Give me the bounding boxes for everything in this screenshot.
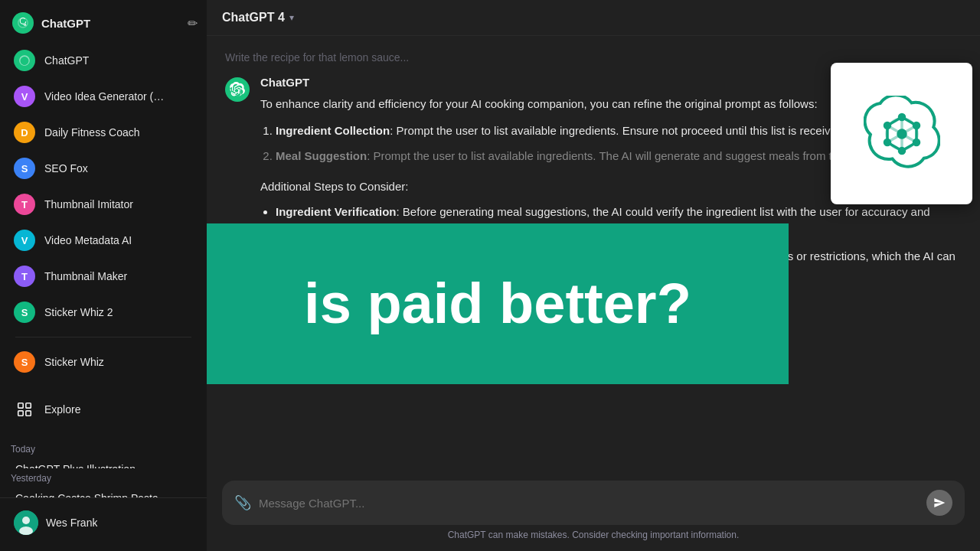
overlay-banner: is paid better? [207,223,789,384]
svg-rect-2 [26,403,31,408]
chat-body[interactable]: Write the recipe for that lemon sauce...… [207,36,980,471]
svg-point-6 [22,517,30,524]
model-selector-chevron[interactable]: ▾ [289,12,294,23]
chat-input-container: 📎 [222,481,965,525]
svg-rect-3 [18,411,23,416]
svg-rect-1 [18,403,23,408]
chatgpt-label: ChatGPT [44,54,89,67]
sidebar-header: ChatGPT ✏ [0,6,207,40]
today-section-label: Today [0,439,207,458]
sidebar-item-thumbnail-maker[interactable]: T Thumbnail Maker [6,259,201,294]
sidebar-item-sticker-whiz[interactable]: S Sticker Whiz [6,344,201,380]
explore-icon [14,399,35,420]
video-metadata-avatar: V [14,230,35,251]
daily-fitness-label: Daily Fitness Coach [44,126,140,139]
chatgpt-message-avatar [225,77,250,102]
sidebar-title: ChatGPT [41,17,90,30]
sidebar-item-sticker-whiz-2[interactable]: S Sticker Whiz 2 [6,295,201,330]
sticker-whiz-label: Sticker Whiz [44,356,104,368]
chat-input[interactable] [259,497,919,510]
sticker-whiz-2-avatar: S [14,302,35,323]
new-chat-icon[interactable]: ✏ [188,16,198,31]
video-metadata-label: Video Metadata AI [44,234,132,246]
daily-fitness-avatar: D [14,122,35,143]
item-2-title: Meal Suggestion [276,149,367,162]
user-avatar [14,510,38,535]
chat-input-area: 📎 ChatGPT can make mistakes. Consider ch… [207,471,980,551]
sticker-whiz-avatar: S [14,351,35,373]
sticker-whiz-2-label: Sticker Whiz 2 [44,306,113,318]
chat-model-name: ChatGPT 4 [222,11,285,24]
item-1-text: : Prompt the user to list available ingr… [390,124,846,137]
svg-point-14 [898,130,906,138]
send-button[interactable] [926,490,952,516]
sidebar-bottom: Wes Frank [0,497,207,547]
thumbnail-card [831,63,972,204]
sidebar-item-explore[interactable]: Explore [6,392,201,427]
fade-text: Write the recipe for that lemon sauce... [225,51,962,64]
sidebar-logo-area: ChatGPT [12,12,90,34]
main-content: ChatGPT 4 ▾ Write the recipe for that le… [207,0,980,551]
explore-label: Explore [44,403,80,416]
disclaimer-text: ChatGPT can make mistakes. Consider chec… [222,525,965,546]
history-item-shrimp-pasta[interactable]: Cooking Costco Shrimp Pasta [6,487,201,497]
video-idea-avatar: V [14,86,35,107]
chat-header: ChatGPT 4 ▾ [207,0,980,36]
attach-icon[interactable]: 📎 [234,494,251,511]
overlay-text: is paid better? [281,276,714,332]
sidebar-item-video-idea[interactable]: V Video Idea Generator (… [6,79,201,114]
gpt-logo-large-icon [864,96,940,172]
thumbnail-maker-label: Thumbnail Maker [44,270,127,282]
history-item-plus-illustration[interactable]: ChatGPT Plus Illustration [6,458,201,468]
sidebar-nav: ChatGPT V Video Idea Generator (… D Dail… [0,43,207,380]
sidebar-item-daily-fitness[interactable]: D Daily Fitness Coach [6,115,201,150]
sidebar: ChatGPT ✏ ChatGPT V Video Idea Generator… [0,0,207,551]
sidebar-divider [15,337,191,337]
chatgpt-avatar [14,50,35,71]
yesterday-section-label: Yesterday [0,468,207,487]
thumbnail-imitator-avatar: T [14,194,35,215]
sidebar-item-chatgpt[interactable]: ChatGPT [6,43,201,78]
user-profile[interactable]: Wes Frank [6,504,201,541]
item-1-title: Ingredient Collection [276,124,390,137]
bullet-1-title: Ingredient Verification [276,205,397,218]
chatgpt-logo-icon [12,12,34,34]
item-2-text: : Prompt the user to list available ingr… [367,149,857,162]
sidebar-item-video-metadata[interactable]: V Video Metadata AI [6,223,201,258]
svg-point-0 [12,12,34,34]
user-name: Wes Frank [46,517,97,529]
seo-fox-avatar: S [14,158,35,179]
sidebar-item-seo-fox[interactable]: S SEO Fox [6,151,201,186]
video-idea-label: Video Idea Generator (… [44,90,164,103]
thumbnail-maker-avatar: T [14,266,35,287]
seo-fox-label: SEO Fox [44,162,88,174]
thumbnail-imitator-label: Thumbnail Imitator [44,198,133,210]
sidebar-item-thumbnail-imitator[interactable]: T Thumbnail Imitator [6,187,201,222]
svg-rect-4 [26,411,31,416]
